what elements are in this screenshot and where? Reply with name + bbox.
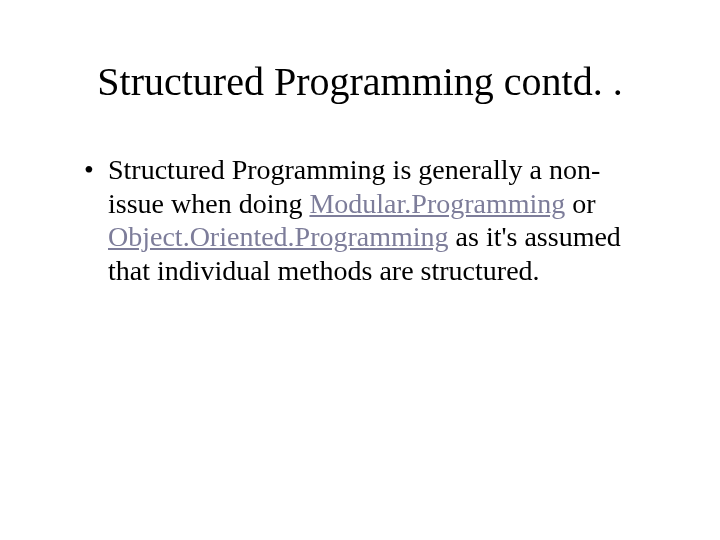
slide-body: Structured Programming is generally a no… xyxy=(60,153,660,287)
bullet-list: Structured Programming is generally a no… xyxy=(60,153,660,287)
bullet-item: Structured Programming is generally a no… xyxy=(84,153,648,287)
bullet-text-part2: or xyxy=(565,188,595,219)
slide: Structured Programming contd. . Structur… xyxy=(0,0,720,540)
link-modular-programming[interactable]: Modular.Programming xyxy=(309,188,565,219)
slide-title: Structured Programming contd. . xyxy=(60,58,660,105)
link-object-oriented-programming[interactable]: Object.Oriented.Programming xyxy=(108,221,449,252)
